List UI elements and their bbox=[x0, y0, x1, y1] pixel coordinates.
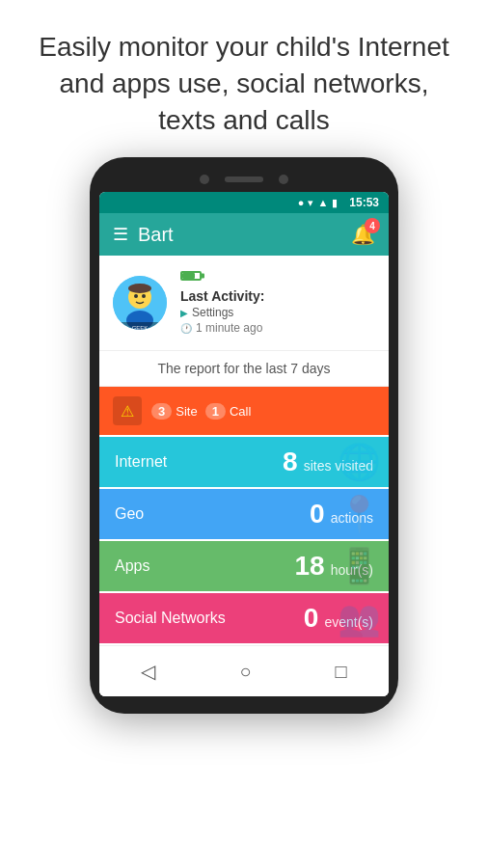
apps-number: 18 bbox=[294, 553, 324, 580]
apps-stat-row[interactable]: Apps 18 hour(s) 📱 bbox=[99, 541, 389, 591]
social-stat-row[interactable]: Social Networks 0 event(s) 👥 bbox=[99, 593, 389, 643]
clock-icon: 🕐 bbox=[180, 323, 192, 334]
avatar: GEEK bbox=[113, 276, 167, 330]
call-chip: 1 Call bbox=[205, 403, 252, 420]
hamburger-menu-button[interactable]: ☰ bbox=[113, 224, 128, 245]
geo-stat-row[interactable]: Geo 0 actions 📍 bbox=[99, 489, 389, 539]
battery-indicator bbox=[180, 271, 202, 281]
last-activity-time: 🕐 1 minute ago bbox=[180, 321, 375, 335]
app-bar-left: ☰ Bart bbox=[113, 224, 174, 246]
geo-deco-icon: 📍 bbox=[338, 494, 381, 534]
site-count: 3 bbox=[151, 403, 172, 420]
phone-top-bar bbox=[99, 175, 389, 184]
status-icons: ● ▾ ▲ ▮ bbox=[298, 197, 339, 209]
internet-label: Internet bbox=[115, 453, 167, 471]
social-label: Social Networks bbox=[115, 610, 226, 627]
call-count: 1 bbox=[205, 403, 226, 420]
avatar-svg: GEEK bbox=[113, 276, 167, 330]
sensor bbox=[279, 175, 288, 184]
signal-icon: ▲ bbox=[317, 197, 328, 208]
site-chip: 3 Site bbox=[151, 403, 198, 420]
last-activity-time-value: 1 minute ago bbox=[196, 321, 262, 335]
app-bar: ☰ Bart 🔔 4 bbox=[99, 213, 389, 256]
last-activity-label: Last Activity: bbox=[180, 288, 375, 304]
front-camera bbox=[200, 175, 209, 184]
svg-point-3 bbox=[134, 294, 138, 298]
battery-fill bbox=[182, 273, 195, 279]
back-button[interactable]: ◁ bbox=[127, 656, 169, 687]
last-activity-detail: ▶ Settings bbox=[180, 306, 375, 319]
apps-label: Apps bbox=[115, 557, 149, 575]
profile-info: Last Activity: ▶ Settings 🕐 1 minute ago bbox=[180, 271, 375, 335]
warning-icon: ⚠ bbox=[121, 402, 134, 420]
report-header: The report for the last 7 days bbox=[99, 351, 389, 387]
svg-point-4 bbox=[142, 294, 146, 298]
internet-stat-row[interactable]: Internet 8 sites visited 🌐 bbox=[99, 437, 389, 487]
recent-apps-button[interactable]: □ bbox=[321, 657, 360, 687]
last-activity-app: Settings bbox=[192, 306, 233, 319]
geo-label: Geo bbox=[115, 505, 144, 523]
apps-deco-icon: 📱 bbox=[338, 546, 381, 586]
headline: Easily monitor your child's Internet and… bbox=[0, 0, 488, 157]
location-icon: ● bbox=[298, 197, 305, 208]
app-title: Bart bbox=[138, 224, 174, 246]
notification-badge: 4 bbox=[365, 218, 380, 233]
alert-icon-box: ⚠ bbox=[113, 396, 142, 425]
phone-shell: ● ▾ ▲ ▮ 15:53 ☰ Bart 🔔 4 bbox=[90, 157, 398, 714]
wifi-icon: ▾ bbox=[308, 197, 313, 209]
earpiece-speaker bbox=[225, 176, 263, 182]
screen-content: GEEK Last Activity: ▶ Settings 🕐 1 minut… bbox=[99, 256, 389, 696]
svg-point-2 bbox=[128, 284, 151, 293]
battery-icon: ▮ bbox=[332, 197, 338, 209]
social-number: 0 bbox=[304, 605, 319, 632]
site-label: Site bbox=[176, 404, 197, 419]
profile-card: GEEK Last Activity: ▶ Settings 🕐 1 minut… bbox=[99, 256, 389, 351]
svg-text:GEEK: GEEK bbox=[132, 325, 149, 330]
call-label: Call bbox=[230, 404, 251, 419]
notification-button[interactable]: 🔔 4 bbox=[351, 223, 375, 246]
geo-number: 0 bbox=[310, 501, 325, 528]
status-bar: ● ▾ ▲ ▮ 15:53 bbox=[99, 192, 389, 213]
play-icon: ▶ bbox=[180, 308, 188, 318]
nav-bar: ◁ ○ □ bbox=[99, 645, 389, 696]
alert-row[interactable]: ⚠ 3 Site 1 Call bbox=[99, 387, 389, 435]
status-time: 15:53 bbox=[349, 196, 379, 209]
internet-deco-icon: 🌐 bbox=[338, 442, 381, 482]
home-button[interactable]: ○ bbox=[226, 657, 264, 687]
alert-chips: 3 Site 1 Call bbox=[151, 403, 251, 420]
social-deco-icon: 👥 bbox=[338, 598, 381, 638]
phone-screen: ● ▾ ▲ ▮ 15:53 ☰ Bart 🔔 4 bbox=[99, 192, 389, 696]
internet-number: 8 bbox=[283, 448, 298, 475]
